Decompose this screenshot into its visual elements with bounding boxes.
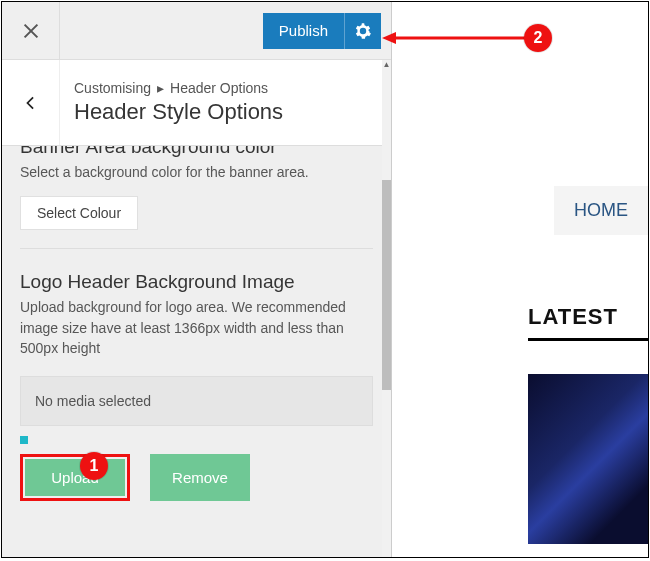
select-colour-button[interactable]: Select Colour: [20, 196, 138, 230]
breadcrumb-root: Customising: [74, 80, 151, 96]
preview-image: [528, 374, 648, 544]
scroll-up-icon[interactable]: ▲: [382, 60, 391, 70]
banner-block-description: Select a background color for the banner…: [20, 162, 373, 182]
section-title: Header Style Options: [74, 99, 283, 125]
gear-icon: [355, 23, 371, 39]
panel-body: Banner Area background color Select a ba…: [2, 146, 391, 557]
no-media-placeholder: No media selected: [20, 376, 373, 426]
logo-block-title: Logo Header Background Image: [20, 271, 373, 293]
breadcrumb: Customising ▸ Header Options: [74, 80, 283, 96]
publish-settings-button[interactable]: [345, 13, 381, 49]
upload-highlight-box: Upload: [20, 454, 130, 501]
customizer-panel: Publish Customising ▸ Header Options Hea…: [2, 2, 392, 557]
publish-group: Publish: [253, 2, 391, 59]
nav-home[interactable]: HOME: [554, 186, 648, 235]
upload-button[interactable]: Upload: [25, 459, 125, 496]
scrollbar[interactable]: ▲: [382, 60, 391, 557]
logo-block-description: Upload background for logo area. We reco…: [20, 297, 373, 358]
scrollbar-thumb[interactable]: [382, 180, 391, 390]
back-button[interactable]: [2, 60, 60, 145]
annotation-badge-2: 2: [524, 24, 552, 52]
annotation-arrow: [382, 30, 532, 46]
teal-marker: [20, 436, 28, 444]
latest-heading: LATEST: [528, 304, 648, 330]
logo-bg-block: Logo Header Background Image Upload back…: [20, 271, 373, 501]
svg-marker-1: [382, 32, 396, 44]
remove-button[interactable]: Remove: [150, 454, 250, 501]
publish-button[interactable]: Publish: [263, 13, 345, 49]
latest-underline: [528, 338, 648, 341]
banner-block-title: Banner Area background color: [20, 146, 373, 158]
annotation-badge-1: 1: [80, 452, 108, 480]
site-preview: HOME LATEST: [392, 2, 648, 557]
breadcrumb-section: Header Options: [170, 80, 268, 96]
latest-heading-block: LATEST: [528, 304, 648, 341]
close-icon: [23, 23, 39, 39]
close-button[interactable]: [2, 2, 60, 59]
chevron-right-icon: ▸: [157, 80, 164, 96]
chevron-left-icon: [24, 96, 38, 110]
topbar: Publish: [2, 2, 391, 60]
section-header: Customising ▸ Header Options Header Styl…: [2, 60, 391, 146]
banner-color-block: Banner Area background color Select a ba…: [20, 146, 373, 249]
